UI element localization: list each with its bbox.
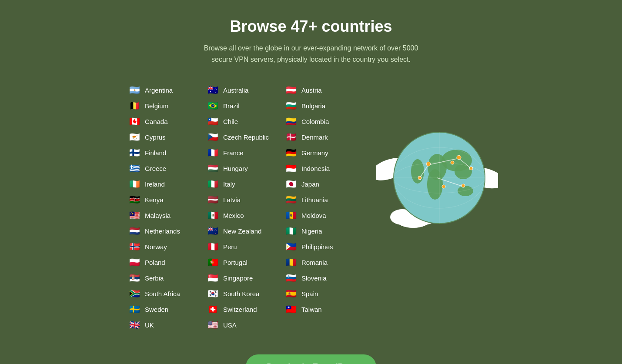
- country-item[interactable]: 🇹🇼Taiwan: [281, 301, 359, 317]
- country-name: Slovenia: [301, 274, 327, 282]
- country-item[interactable]: 🇳🇿New Zealand: [202, 223, 281, 239]
- country-flag: 🇨🇦: [128, 117, 140, 126]
- country-item[interactable]: 🇮🇪Ireland: [124, 176, 202, 192]
- country-flag: 🇲🇽: [207, 211, 219, 220]
- country-flag: 🇨🇭: [207, 305, 219, 314]
- country-item[interactable]: 🇵🇹Portugal: [202, 254, 281, 270]
- country-item[interactable]: 🇵🇪Peru: [202, 239, 281, 254]
- country-item[interactable]: 🇨🇱Chile: [202, 114, 281, 129]
- country-name: Denmark: [301, 134, 328, 141]
- country-flag: 🇿🇦: [128, 289, 140, 298]
- country-name: Czech Republic: [223, 134, 269, 141]
- country-flag: 🇳🇴: [128, 242, 140, 251]
- country-flag: 🇨🇿: [207, 133, 219, 141]
- country-flag: 🇫🇷: [207, 148, 219, 157]
- country-item[interactable]: 🇨🇿Czech Republic: [202, 129, 281, 145]
- country-name: South Korea: [223, 290, 259, 297]
- country-name: Singapore: [223, 274, 253, 282]
- country-item[interactable]: 🇰🇷South Korea: [202, 286, 281, 301]
- country-flag: 🇬🇧: [128, 321, 140, 329]
- country-name: Finland: [145, 149, 166, 157]
- country-item[interactable]: 🇳🇱Netherlands: [124, 223, 202, 239]
- country-item[interactable]: 🇯🇵Japan: [281, 176, 359, 192]
- country-item[interactable]: 🇱🇻Latvia: [202, 192, 281, 207]
- country-flag: 🇲🇾: [128, 211, 140, 220]
- country-flag: 🇱🇻: [207, 195, 219, 204]
- country-item[interactable]: 🇳🇴Norway: [124, 239, 202, 254]
- country-item[interactable]: 🇧🇷Brazil: [202, 98, 281, 114]
- country-flag: 🇮🇪: [128, 180, 140, 188]
- country-item[interactable]: 🇧🇬Bulgaria: [281, 98, 359, 114]
- country-flag: 🇳🇬: [285, 227, 297, 235]
- country-name: Japan: [301, 180, 319, 188]
- country-item[interactable]: 🇵🇭Philippines: [281, 239, 359, 254]
- country-item[interactable]: 🇷🇴Romania: [281, 254, 359, 270]
- country-item[interactable]: 🇦🇷Argentina: [124, 82, 202, 98]
- country-item[interactable]: 🇲🇩Moldova: [281, 207, 359, 223]
- country-flag: 🇷🇴: [285, 258, 297, 267]
- country-name: Sweden: [145, 306, 168, 313]
- country-item[interactable]: 🇨🇭Switzerland: [202, 301, 281, 317]
- country-item[interactable]: 🇫🇷France: [202, 145, 281, 160]
- country-item[interactable]: 🇦🇹Austria: [281, 82, 359, 98]
- country-flag: 🇺🇸: [207, 321, 219, 329]
- country-name: Moldova: [301, 212, 326, 219]
- country-item[interactable]: 🇮🇹Italy: [202, 176, 281, 192]
- country-item[interactable]: 🇲🇽Mexico: [202, 207, 281, 223]
- country-item[interactable]: 🇰🇪Kenya: [124, 192, 202, 207]
- country-item[interactable]: 🇸🇪Sweden: [124, 301, 202, 317]
- country-item[interactable]: 🇵🇱Poland: [124, 254, 202, 270]
- country-flag: 🇵🇪: [207, 242, 219, 251]
- country-item[interactable]: 🇪🇸Spain: [281, 286, 359, 301]
- country-item[interactable]: 🇫🇮Finland: [124, 145, 202, 160]
- country-name: Norway: [145, 243, 167, 250]
- country-flag: 🇯🇵: [285, 180, 297, 188]
- country-item[interactable]: 🇮🇩Indonesia: [281, 160, 359, 176]
- country-flag: 🇫🇮: [128, 148, 140, 157]
- country-name: Colombia: [301, 118, 329, 125]
- country-item[interactable]: 🇸🇮Slovenia: [281, 270, 359, 286]
- country-name: Serbia: [145, 274, 164, 282]
- country-flag: 🇦🇷: [128, 86, 140, 94]
- country-item[interactable]: 🇸🇬Singapore: [202, 270, 281, 286]
- country-item[interactable]: 🇩🇰Denmark: [281, 129, 359, 145]
- country-name: Germany: [301, 149, 328, 157]
- country-name: Philippines: [301, 243, 333, 250]
- country-flag: 🇮🇹: [207, 180, 219, 188]
- country-item[interactable]: 🇷🇸Serbia: [124, 270, 202, 286]
- country-name: Latvia: [223, 196, 241, 204]
- country-item[interactable]: 🇨🇴Colombia: [281, 114, 359, 129]
- countries-grid: 🇦🇷Argentina🇦🇺Australia🇦🇹Austria🇧🇪Belgium…: [124, 82, 359, 333]
- country-name: Netherlands: [145, 227, 180, 235]
- country-flag: 🇨🇱: [207, 117, 219, 126]
- country-flag: 🇸🇪: [128, 305, 140, 314]
- country-flag: 🇵🇹: [207, 258, 219, 267]
- country-item[interactable]: 🇳🇬Nigeria: [281, 223, 359, 239]
- country-name: Chile: [223, 118, 238, 125]
- svg-point-7: [427, 169, 443, 200]
- country-name: Poland: [145, 259, 165, 266]
- download-button[interactable]: Download a TunnelBear: [246, 354, 376, 364]
- country-item[interactable]: 🇭🇺Hungary: [202, 160, 281, 176]
- country-flag: 🇸🇬: [207, 274, 219, 282]
- country-item[interactable]: 🇦🇺Australia: [202, 82, 281, 98]
- country-name: Australia: [223, 87, 248, 94]
- country-name: Indonesia: [301, 165, 330, 172]
- page-title: Browse 47+ countries: [230, 17, 392, 36]
- country-flag: 🇨🇴: [285, 117, 297, 126]
- country-item[interactable]: 🇲🇾Malaysia: [124, 207, 202, 223]
- country-item[interactable]: 🇿🇦South Africa: [124, 286, 202, 301]
- country-item[interactable]: 🇨🇦Canada: [124, 114, 202, 129]
- country-item[interactable]: 🇬🇷Greece: [124, 160, 202, 176]
- country-name: Portugal: [223, 259, 247, 266]
- country-item[interactable]: 🇨🇾Cyprus: [124, 129, 202, 145]
- country-item[interactable]: 🇩🇪Germany: [281, 145, 359, 160]
- country-flag: 🇦🇺: [207, 86, 219, 94]
- svg-point-10: [411, 159, 424, 184]
- country-item[interactable]: 🇱🇹Lithuania: [281, 192, 359, 207]
- country-name: Belgium: [145, 102, 168, 110]
- country-item[interactable]: 🇺🇸USA: [202, 317, 281, 333]
- country-item[interactable]: 🇧🇪Belgium: [124, 98, 202, 114]
- country-item[interactable]: 🇬🇧UK: [124, 317, 202, 333]
- country-flag: 🇩🇰: [285, 133, 297, 141]
